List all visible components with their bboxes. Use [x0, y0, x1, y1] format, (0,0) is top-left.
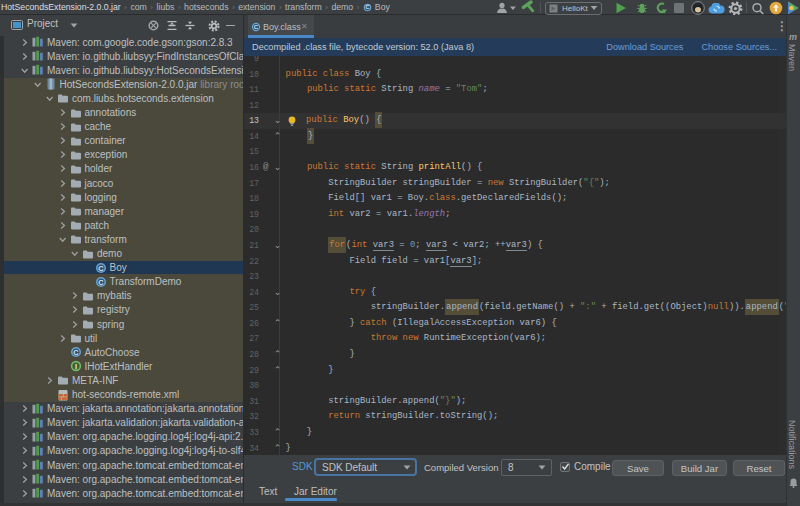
svg-text:C: C: [254, 23, 259, 30]
svg-text:I: I: [74, 362, 76, 371]
svg-text:C: C: [73, 348, 79, 357]
svg-text:C: C: [98, 277, 104, 286]
svg-text:C: C: [365, 4, 369, 10]
svg-text:C: C: [98, 263, 104, 272]
